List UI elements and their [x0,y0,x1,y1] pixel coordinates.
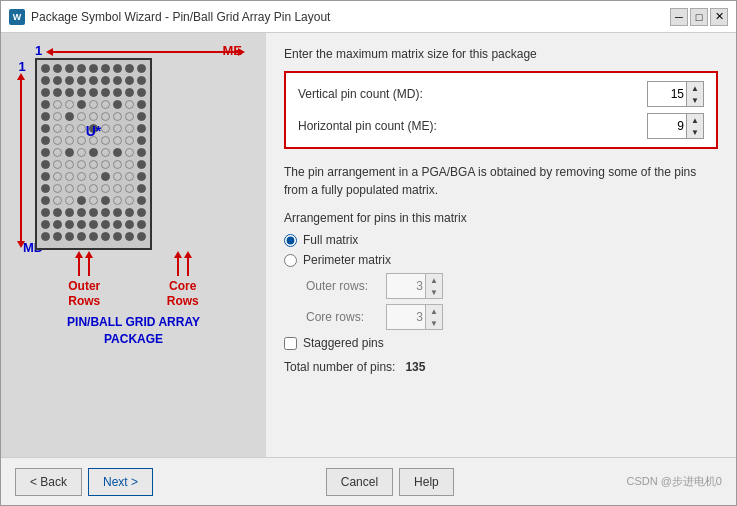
pin [41,100,50,109]
perimeter-matrix-radio[interactable] [284,254,297,267]
close-button[interactable]: ✕ [710,8,728,26]
pin [89,148,98,157]
pin [137,136,146,145]
perimeter-matrix-label[interactable]: Perimeter matrix [303,253,391,267]
sub-options: Outer rows: ▲ ▼ Core rows: [306,273,718,330]
pin [101,88,110,97]
pin [65,64,74,73]
pin [89,160,98,169]
pin [65,88,74,97]
pin [65,208,74,217]
pin [137,100,146,109]
pin [125,76,134,85]
total-pins-row: Total number of pins: 135 [284,360,718,374]
watermark-text: CSDN @步进电机0 [626,474,722,489]
pin [53,136,62,145]
maximize-button[interactable]: □ [690,8,708,26]
app-icon: W [9,9,25,25]
pin [41,208,50,217]
diagram-panel: 1 ME 1 [1,33,266,457]
pin [53,148,62,157]
pin [89,88,98,97]
pin [41,148,50,157]
pin [53,172,62,181]
grid-section: 1 MD [9,58,258,250]
pin [41,196,50,205]
pin [137,124,146,133]
pin [101,136,110,145]
description-text: The pin arrangement in a PGA/BGA is obta… [284,163,718,199]
vertical-pin-input[interactable] [648,82,686,106]
pin [89,220,98,229]
pin [125,220,134,229]
grid-row-11 [41,184,146,193]
pin [101,64,110,73]
top-arrow [51,51,240,53]
grid-row-4 [41,100,146,109]
cancel-button[interactable]: Cancel [326,468,393,496]
pin [41,160,50,169]
window-controls: ─ □ ✕ [670,8,728,26]
horizontal-pin-row: Horizontal pin count (ME): ▲ ▼ [298,113,704,139]
core-rows-sub-row: Core rows: ▲ ▼ [306,304,718,330]
pin [65,124,74,133]
arrangement-title: Arrangement for pins in this matrix [284,211,718,225]
pin [125,124,134,133]
pin [53,88,62,97]
grid-row-1 [41,64,146,73]
arrow-left-head [46,48,53,56]
full-matrix-radio[interactable] [284,234,297,247]
staggered-pins-checkbox[interactable] [284,337,297,350]
outer-arrows [68,256,100,276]
pin-grid-container: U* [35,58,152,250]
title-bar: W Package Symbol Wizard - Pin/Ball Grid … [1,1,736,33]
pin [41,136,50,145]
pin [53,184,62,193]
pin [65,172,74,181]
pin [113,160,122,169]
horizontal-spin-down[interactable]: ▼ [687,126,703,138]
horizontal-pin-input[interactable] [648,114,686,138]
pin [137,112,146,121]
core-rows-input [387,305,425,329]
right-panel: Enter the maximum matrix size for this p… [266,33,736,457]
minimize-button[interactable]: ─ [670,8,688,26]
pin [113,64,122,73]
back-button[interactable]: < Back [15,468,82,496]
pin [41,220,50,229]
full-matrix-label[interactable]: Full matrix [303,233,358,247]
title-bar-left: W Package Symbol Wizard - Pin/Ball Grid … [9,9,330,25]
vertical-spin-down[interactable]: ▼ [687,94,703,106]
vertical-spin-up[interactable]: ▲ [687,82,703,94]
outer-rows-input [387,274,425,298]
matrix-section-title: Enter the maximum matrix size for this p… [284,47,718,61]
vertical-pin-label: Vertical pin count (MD): [298,87,647,101]
pin [101,100,110,109]
pin [101,76,110,85]
pin [77,172,86,181]
pin [65,112,74,121]
core-arrow-2 [187,256,189,276]
core-rows-sub-label: Core rows: [306,310,386,324]
pin [125,196,134,205]
grid-row-8 [41,148,146,157]
help-button[interactable]: Help [399,468,454,496]
grid-row-2 [41,76,146,85]
pin [101,220,110,229]
pin [113,184,122,193]
staggered-pins-label[interactable]: Staggered pins [303,336,384,350]
horizontal-pin-spinbox: ▲ ▼ [647,113,704,139]
pin-grid: U* [35,58,152,250]
main-window: W Package Symbol Wizard - Pin/Ball Grid … [0,0,737,506]
grid-row-10 [41,172,146,181]
pin [89,64,98,73]
pin [125,136,134,145]
pin [65,220,74,229]
pin [113,172,122,181]
grid-row-14 [41,220,146,229]
core-rows-spin-up: ▲ [426,305,442,317]
core-rows-spin-down: ▼ [426,317,442,329]
next-button[interactable]: Next > [88,468,153,496]
horizontal-spin-up[interactable]: ▲ [687,114,703,126]
pin [65,160,74,169]
